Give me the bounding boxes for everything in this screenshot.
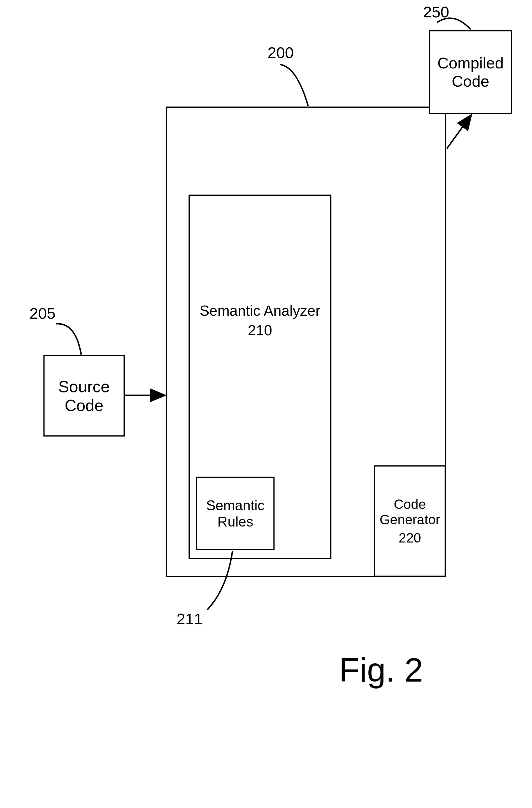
code-generator-text-2: 220 — [399, 530, 421, 546]
semantic-analyzer-text-2: 210 — [248, 322, 272, 339]
compiled-code-text-2: Code — [452, 72, 489, 90]
label-211: 211 — [176, 610, 203, 628]
compiled-code-text-1: Compiled — [437, 54, 504, 72]
source-code-text-2: Code — [65, 396, 104, 415]
compiled-code-box: Compiled Code — [429, 30, 512, 114]
code-generator-box: Code Generator 220 — [374, 465, 446, 577]
label-205: 205 — [30, 304, 55, 323]
figure-label: Fig. 2 — [339, 650, 423, 689]
semantic-rules-box: Semantic Rules — [196, 477, 274, 550]
curve-205 — [56, 324, 81, 355]
curve-200 — [280, 65, 308, 106]
source-code-text-1: Source — [58, 377, 110, 396]
semantic-rules-text-2: Rules — [217, 514, 253, 530]
label-200: 200 — [268, 43, 293, 62]
code-generator-text-1: Code Generator — [375, 497, 444, 527]
semantic-analyzer-text-1: Semantic Analyzer — [200, 302, 321, 319]
arrow-compiler-to-compiled — [447, 116, 471, 149]
label-250: 250 — [423, 3, 449, 21]
source-code-box: Source Code — [43, 355, 125, 437]
semantic-rules-text-1: Semantic — [206, 497, 264, 514]
